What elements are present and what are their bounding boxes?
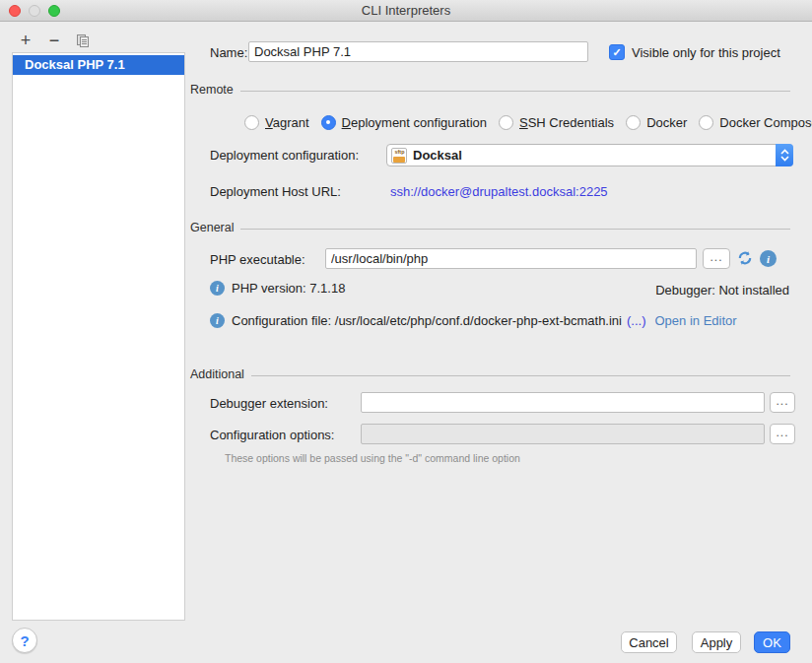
configuration-options-label: Configuration options: xyxy=(210,428,334,442)
title-bar: CLI Interpreters xyxy=(0,0,812,22)
options-note: These options will be passed using the "… xyxy=(225,452,520,464)
radio-vagrant-label: Vagrant xyxy=(265,115,309,130)
close-window-button[interactable] xyxy=(9,5,21,17)
combo-stepper[interactable] xyxy=(776,144,793,166)
cancel-button[interactable]: Cancel xyxy=(621,631,677,653)
debugger-extension-input[interactable] xyxy=(361,392,765,413)
radio-vagrant[interactable]: Vagrant xyxy=(244,115,309,130)
radio-deployment-configuration[interactable]: Deployment configuration xyxy=(321,115,487,130)
window-title: CLI Interpreters xyxy=(0,0,812,21)
remove-interpreter-button[interactable]: − xyxy=(44,31,64,50)
additional-section-header: Additional xyxy=(190,367,790,381)
php-executable-input[interactable] xyxy=(325,248,697,269)
radio-docker-compose-label: Docker Compose xyxy=(719,115,812,130)
checkmark-icon: ✓ xyxy=(612,46,621,59)
open-in-editor-link[interactable]: Open in Editor xyxy=(654,313,736,328)
remote-section-title: Remote xyxy=(190,83,234,97)
minimize-window-button xyxy=(29,5,40,17)
deployment-configuration-select[interactable]: sftp Docksal xyxy=(386,144,793,166)
radio-circle-icon xyxy=(699,115,713,130)
info-icon: i xyxy=(210,313,225,328)
info-icon: i xyxy=(210,281,225,296)
configuration-options-input xyxy=(361,424,765,444)
radio-deployment-configuration-label: Deployment configuration xyxy=(342,115,487,130)
deployment-configuration-label: Deployment configuration: xyxy=(210,148,359,163)
info-icon[interactable]: i xyxy=(760,250,777,267)
configuration-file-row: i Configuration file: /usr/local/etc/php… xyxy=(210,313,737,328)
deployment-host-url-label: Deployment Host URL: xyxy=(210,184,341,199)
remote-type-radio-group: Vagrant Deployment configuration SSH Cre… xyxy=(244,112,812,132)
visible-only-checkbox[interactable]: ✓ xyxy=(609,44,625,60)
section-divider xyxy=(240,91,790,92)
radio-docker[interactable]: Docker xyxy=(626,115,687,130)
ok-button[interactable]: OK xyxy=(754,631,790,653)
radio-ssh-credentials-label: SSH Credentials xyxy=(519,115,614,130)
php-version-text: PHP version: 7.1.18 xyxy=(232,281,345,296)
radio-ssh-credentials[interactable]: SSH Credentials xyxy=(499,115,614,130)
window-controls xyxy=(9,5,60,17)
configuration-options-browse-button[interactable]: ... xyxy=(770,424,795,444)
section-divider xyxy=(251,375,790,376)
additional-section-title: Additional xyxy=(190,367,244,381)
section-divider xyxy=(240,229,790,230)
radio-circle-icon xyxy=(244,115,259,130)
radio-circle-icon xyxy=(626,115,641,130)
copy-interpreter-icon[interactable] xyxy=(73,31,93,50)
configuration-file-more-link[interactable]: (...) xyxy=(627,313,646,328)
reload-phpinfo-icon[interactable] xyxy=(736,249,754,267)
php-executable-label: PHP executable: xyxy=(210,252,305,267)
add-interpreter-button[interactable]: + xyxy=(16,31,35,50)
name-label: Name: xyxy=(210,45,247,60)
list-item-docksal-php[interactable]: Docksal PHP 7.1 xyxy=(13,55,184,75)
chevron-down-icon xyxy=(780,156,789,162)
chevron-up-icon xyxy=(780,149,789,155)
debugger-extension-browse-button[interactable]: ... xyxy=(770,392,795,413)
radio-selected-icon xyxy=(321,115,336,130)
general-section-header: General xyxy=(190,221,790,234)
deployment-host-url-value: ssh://docker@drupaltest.docksal:2225 xyxy=(390,184,608,199)
apply-button[interactable]: Apply xyxy=(692,631,741,653)
visible-only-checkbox-label[interactable]: Visible only for this project xyxy=(632,45,780,60)
deployment-configuration-value: Docksal xyxy=(413,148,462,163)
zoom-window-button[interactable] xyxy=(48,5,60,17)
php-version-row: i PHP version: 7.1.18 xyxy=(210,281,345,296)
debugger-status-text: Debugger: Not installed xyxy=(655,283,789,298)
help-button[interactable]: ? xyxy=(12,628,37,653)
interpreter-list: Docksal PHP 7.1 xyxy=(12,52,185,621)
php-executable-browse-button[interactable]: ... xyxy=(703,248,730,269)
interpreter-list-toolbar: + − xyxy=(16,31,93,50)
question-mark-icon: ? xyxy=(20,632,29,649)
radio-docker-compose[interactable]: Docker Compose xyxy=(699,115,812,130)
remote-section-header: Remote xyxy=(190,83,790,97)
general-section-title: General xyxy=(190,221,234,234)
debugger-extension-label: Debugger extension: xyxy=(210,396,328,411)
name-input[interactable] xyxy=(248,41,588,62)
radio-circle-icon xyxy=(499,115,513,130)
sftp-icon: sftp xyxy=(391,148,407,164)
radio-docker-label: Docker xyxy=(646,115,687,130)
configuration-file-text: Configuration file: /usr/local/etc/php/c… xyxy=(232,313,622,328)
